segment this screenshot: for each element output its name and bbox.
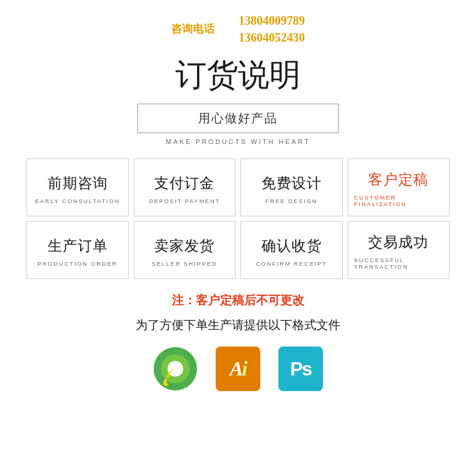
phone2: 13604052430 <box>239 29 305 46</box>
step-name: 免费设计 <box>261 174 322 193</box>
step-production-order: 生产订单 PRODUCTION ORDER <box>27 221 129 279</box>
contact-numbers: 13804009789 13604052430 <box>239 12 305 46</box>
step-successful-transaction: 交易成功 SUCCESSFUL TRANSACTION <box>348 221 450 279</box>
step-name: 前期咨询 <box>48 174 108 193</box>
step-sub: DEPOSIT PAYMENT <box>149 198 221 204</box>
photoshop-icon: Ps <box>278 347 323 391</box>
step-sub: CUSTOMER FINALIZATION <box>354 194 443 207</box>
step-name: 卖家发货 <box>154 236 215 256</box>
ai-label: Ai <box>230 357 246 380</box>
step-sub: SUCCESSFUL TRANSACTION <box>354 257 443 270</box>
step-deposit-payment: 支付订金 DEPOSIT PAYMENT <box>134 158 236 216</box>
step-confirm-receipt: 确认收货 CONFIRM RECEIPT <box>240 221 343 279</box>
steps-grid: 前期咨询 EARLY CONSULTATION 支付订金 DEPOSIT PAY… <box>24 156 452 281</box>
step-seller-shipped: 卖家发货 SELLER SHIPPED <box>134 221 236 279</box>
step-free-design: 免费设计 FREE DESIGN <box>240 158 343 216</box>
step-name: 客户定稿 <box>368 170 428 189</box>
step-sub: PRODUCTION ORDER <box>37 260 117 267</box>
step-name: 支付订金 <box>154 174 215 193</box>
step-sub: CONFIRM RECEIPT <box>256 260 327 267</box>
contact-label: 咨询电话 <box>171 22 215 36</box>
file-format-icons: Ai Ps <box>153 347 323 391</box>
subtitle-text: 用心做好产品 <box>198 111 278 125</box>
step-sub: EARLY CONSULTATION <box>35 198 120 204</box>
main-title: 订货说明 <box>175 54 301 96</box>
illustrator-icon: Ai <box>216 347 260 391</box>
step-early-consultation: 前期咨询 EARLY CONSULTATION <box>27 158 129 216</box>
phone1: 13804009789 <box>239 12 305 29</box>
header-section: 咨询电话 13804009789 13604052430 <box>24 12 452 46</box>
step-sub: SELLER SHIPPED <box>152 260 218 267</box>
step-name: 确认收货 <box>261 236 322 256</box>
ps-label: Ps <box>290 358 311 380</box>
description-text: 为了方便下单生产请提供以下格式文件 <box>136 317 340 333</box>
coreldraw-icon <box>153 347 198 391</box>
svg-point-2 <box>168 361 183 377</box>
step-name: 交易成功 <box>368 233 428 252</box>
subtitle-box: 用心做好产品 <box>137 104 339 133</box>
note-text: 注：客户定稿后不可更改 <box>172 292 304 309</box>
tagline: MAKE PRODUCTS WITH HEART <box>166 138 310 145</box>
step-customer-finalization: 客户定稿 CUSTOMER FINALIZATION <box>348 158 450 216</box>
step-name: 生产订单 <box>48 236 108 256</box>
step-sub: FREE DESIGN <box>266 198 318 204</box>
